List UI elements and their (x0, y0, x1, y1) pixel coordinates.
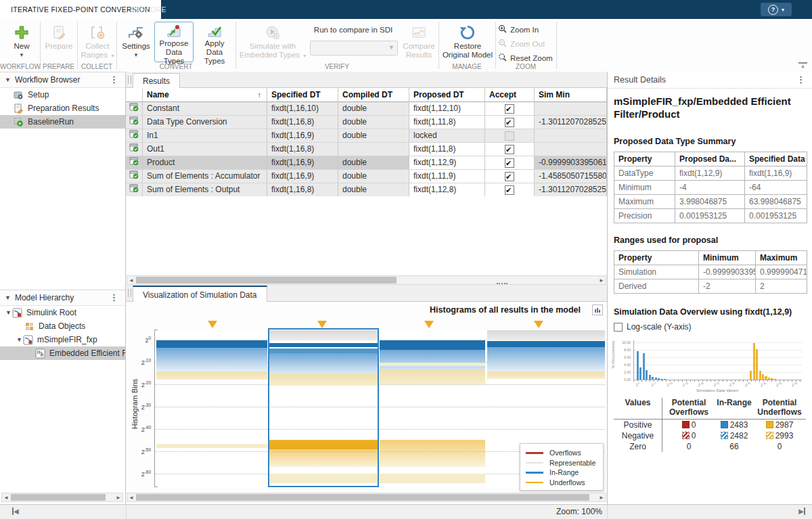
histogram-group-1[interactable] (156, 330, 267, 487)
log-scale-checkbox[interactable] (614, 323, 623, 332)
chevron-down-icon: ▾ (111, 51, 114, 60)
help-button[interactable]: ? ▾ (761, 3, 792, 16)
settings-button[interactable]: Settings ▼ (119, 22, 153, 62)
table-row[interactable]: Constant fixdt(1,16,10) double fixdt(1,1… (126, 102, 607, 116)
workflow-browser-header[interactable]: ▼ Workflow Browser ⋮ (0, 72, 125, 88)
model-hierarchy-header[interactable]: ▼ Model Hierarchy ⋮ (0, 290, 125, 306)
table-row[interactable]: Out1 fixdt(1,16,8) fixdt(1,11,8) (126, 143, 607, 156)
log-scale-option[interactable]: Log-scale (Y-axis) (614, 322, 692, 332)
tab-explore[interactable]: EXPLORE (120, 0, 177, 19)
chevron-down-icon[interactable]: ▼ (5, 309, 12, 316)
scrollbar-thumb[interactable] (11, 494, 106, 501)
simulation-data-overview-chart[interactable] (633, 340, 802, 380)
proposed-summary-table: Property Proposed Da... Specified Data T… (614, 152, 807, 223)
result-icon (129, 143, 139, 156)
group-divider (77, 22, 78, 69)
table-row[interactable]: Sum of Elements : Accumulator fixdt(1,16… (126, 170, 607, 183)
propose-data-types-button[interactable]: Propose Data Types (154, 22, 194, 62)
overflow-marker-triangle[interactable] (534, 321, 543, 328)
result-details-header: Result Details ⋮ (608, 72, 812, 89)
prepare-icon (51, 23, 67, 42)
table-row-selected[interactable]: Product fixdt(1,16,9) double fixdt(1,12,… (126, 156, 607, 170)
table-row[interactable]: In1 fixdt(1,16,9) double locked (126, 129, 607, 143)
scrollbar-thumb[interactable] (136, 277, 397, 284)
workflow-item-baselinerun[interactable]: BaselineRun (0, 115, 125, 129)
result-details-panel: Result Details ⋮ mSimpleFIR_fxp/Embedded… (607, 72, 812, 504)
hierarchy-item-msimplefir-fxp[interactable]: ▼ mSimpleFIR_fxp (0, 333, 125, 346)
hierarchy-item-data-objects[interactable]: Data Objects (0, 319, 125, 333)
scrollbar-thumb[interactable] (136, 494, 589, 501)
accept-checkbox[interactable] (505, 118, 514, 127)
kebab-menu-icon[interactable]: ⋮ (110, 74, 118, 85)
baseline-run-icon (14, 117, 24, 127)
accept-checkbox[interactable] (505, 104, 514, 114)
expand-right-panel-icon[interactable]: ▶ (798, 507, 805, 515)
y-tick-label: 2-20 (141, 380, 151, 388)
accept-checkbox[interactable] (505, 158, 514, 168)
sdi-run-combobox[interactable]: ▼ (310, 41, 398, 55)
scroll-left-icon[interactable]: ◄ (2, 493, 10, 501)
chart-legend: Overflows Representable In-Range Underfl… (520, 443, 604, 491)
tab-visualization-of-simulation-data[interactable]: Visualization of Simulation Data (133, 286, 267, 302)
column-header-specified-dt[interactable]: Specified DT (267, 88, 338, 102)
overflow-marker-triangle[interactable] (424, 321, 434, 328)
simulate-embedded-button[interactable]: Simulate with Embedded Types ▾ (238, 22, 307, 62)
histogram-group-3[interactable] (380, 330, 485, 487)
chart-options-icon[interactable] (592, 304, 603, 315)
workflow-item-preparation-results[interactable]: Preparation Results (0, 101, 125, 115)
scroll-right-icon[interactable]: ► (597, 493, 606, 501)
accept-checkbox (505, 131, 514, 141)
column-header-proposed-dt[interactable]: Proposed DT (409, 88, 485, 102)
collapse-left-panel-icon[interactable]: ◀ (12, 507, 19, 515)
column-header-accept[interactable]: Accept (485, 88, 535, 102)
zoom-in-button[interactable]: Zoom In (498, 23, 555, 36)
scroll-left-icon[interactable]: ◄ (127, 493, 135, 501)
preparation-results-icon (14, 104, 24, 114)
chevron-down-icon[interactable]: ▼ (5, 294, 11, 301)
kebab-menu-icon[interactable]: ⋮ (110, 292, 118, 302)
collect-ranges-button[interactable]: Collect Ranges ▾ (80, 22, 115, 62)
tab-grip-icon[interactable] (128, 76, 131, 84)
table-cell: 0.001953125 (745, 209, 807, 223)
column-header-compiled-dt[interactable]: Compiled DT (338, 88, 409, 102)
visualization-horizontal-scrollbar[interactable]: ◄ ► (127, 493, 606, 502)
overflow-marker-triangle[interactable] (208, 321, 217, 328)
accept-checkbox[interactable] (505, 185, 514, 195)
column-header-sim-min[interactable]: Sim Min (535, 88, 607, 102)
apply-data-types-button[interactable]: Apply Data Types (195, 22, 234, 62)
collapse-ribbon-icon[interactable]: ▲ (798, 62, 807, 70)
prepare-button[interactable]: Prepare (42, 22, 76, 62)
values-row-label: Positive (614, 420, 662, 430)
hierarchy-item-simulink-root[interactable]: ▼ Simulink Root (0, 306, 125, 319)
scroll-right-icon[interactable]: ► (597, 276, 606, 284)
column-header-name[interactable]: Name↑ (143, 88, 267, 102)
overflow-marker-triangle[interactable] (317, 321, 327, 328)
zoom-out-button[interactable]: Zoom Out (498, 37, 555, 50)
workflow-item-setup[interactable]: Setup (0, 88, 125, 101)
hierarchy-item-embedded-efficient-filter[interactable]: Embedded Efficient Filter (0, 346, 125, 360)
chevron-down-icon[interactable]: ▼ (5, 76, 11, 83)
new-button[interactable]: New ▼ (5, 22, 38, 62)
accept-checkbox[interactable] (505, 172, 514, 181)
table-row[interactable]: Sum of Elements : Output fixdt(1,16,8) d… (126, 183, 607, 197)
table-row[interactable]: Data Type Conversion fixdt(1,16,8) doubl… (126, 116, 607, 129)
splitter-handle[interactable] (497, 283, 508, 286)
model-hierarchy-title: Model Hierarchy (15, 293, 74, 302)
chevron-down-icon[interactable]: ▼ (16, 336, 23, 343)
x-tick-label: 2-30 (729, 382, 735, 387)
scroll-left-icon[interactable]: ◄ (127, 276, 135, 284)
sidebar-horizontal-scrollbar[interactable]: ◄ ► (1, 493, 123, 502)
collect-ranges-label: Collect Ranges (81, 42, 110, 59)
accept-checkbox[interactable] (505, 145, 514, 154)
selected-histogram-region[interactable] (268, 328, 379, 487)
kebab-menu-icon[interactable]: ⋮ (796, 74, 805, 85)
legend-label: Overflows (549, 449, 581, 457)
restore-original-model-button[interactable]: Restore Original Model (441, 22, 494, 62)
compare-results-button[interactable]: Compare Results (399, 22, 438, 62)
positive-underflows: 2987 (753, 420, 806, 430)
results-horizontal-scrollbar[interactable]: ◄ ► (127, 275, 606, 285)
visualization-tab-bar: Visualization of Simulation Data (126, 285, 607, 302)
scroll-right-icon[interactable]: ► (114, 493, 122, 501)
tab-results[interactable]: Results (133, 73, 180, 89)
tab-grip-icon[interactable] (128, 289, 131, 297)
